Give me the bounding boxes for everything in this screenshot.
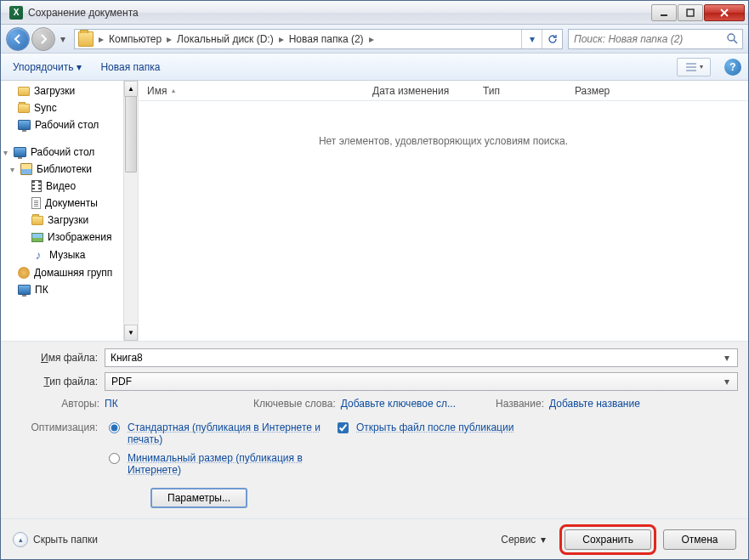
filename-row: Имя файла: ▾ <box>11 348 738 367</box>
svg-rect-1 <box>687 9 694 16</box>
close-button[interactable] <box>704 4 745 21</box>
back-button[interactable] <box>6 27 30 51</box>
desktop-icon <box>18 120 31 130</box>
radio-input[interactable] <box>109 453 120 464</box>
tree-item[interactable]: Загрузки <box>3 82 138 99</box>
refresh-icon[interactable] <box>542 30 562 48</box>
filetype-value: PDF <box>109 376 720 387</box>
breadcrumb-part[interactable]: Локальный диск (D:) <box>173 33 277 45</box>
music-icon: ♪ <box>31 248 45 262</box>
maximize-button[interactable] <box>678 4 703 21</box>
forward-button[interactable] <box>31 27 55 51</box>
bottom-panel: Имя файла: ▾ Тип файла: PDF ▾ Авторы: ПК… <box>1 341 748 518</box>
keywords-value[interactable]: Добавьте ключевое сл... <box>341 398 456 410</box>
chevron-right-icon[interactable]: ▸ <box>97 33 105 45</box>
radio-input[interactable] <box>109 422 120 433</box>
chevron-right-icon[interactable]: ▸ <box>277 33 286 45</box>
chevron-down-icon[interactable]: ▾ <box>720 352 734 364</box>
tree-item-desktop[interactable]: ▾Рабочий стол <box>3 144 138 161</box>
metadata-row: Авторы: ПК Ключевые слова: Добавьте ключ… <box>11 398 738 410</box>
hide-folders-button[interactable]: ▴ Скрыть папки <box>13 532 98 547</box>
caret-icon[interactable]: ▾ <box>1 148 9 157</box>
opt-standard-radio[interactable]: Стандартная (публикация в Интернете и пе… <box>105 421 334 445</box>
footer: ▴ Скрыть папки Сервис▾ Сохранить Отмена <box>1 518 748 559</box>
nav-bar: ▾ ▸ Компьютер ▸ Локальный диск (D:) ▸ Но… <box>1 25 748 54</box>
authors-value[interactable]: ПК <box>105 398 118 410</box>
file-list-pane: Имя▴ Дата изменения Тип Размер Нет элеме… <box>139 81 748 341</box>
downloads-icon <box>18 87 30 96</box>
tree-item[interactable]: Загрузки <box>3 212 138 229</box>
search-input[interactable] <box>569 33 722 45</box>
tools-button[interactable]: Сервис▾ <box>494 530 553 549</box>
optimization-radios: Стандартная (публикация в Интернете и пе… <box>105 421 334 476</box>
scrollbar-thumb[interactable] <box>125 96 137 173</box>
tree-item[interactable]: Sync <box>3 99 138 116</box>
filename-label: Имя файла: <box>11 352 105 364</box>
video-icon <box>31 180 42 192</box>
chevron-down-icon: ▾ <box>77 61 82 73</box>
search-icon[interactable] <box>722 30 742 48</box>
title-value[interactable]: Добавьте название <box>549 398 640 410</box>
folder-icon <box>78 31 94 47</box>
breadcrumb[interactable]: ▸ Компьютер ▸ Локальный диск (D:) ▸ Нова… <box>74 29 563 49</box>
window-title: Сохранение документа <box>28 7 650 19</box>
column-type[interactable]: Тип <box>474 81 566 100</box>
list-view-icon <box>685 62 697 72</box>
tree-scrollbar[interactable] <box>123 81 138 341</box>
filetype-row: Тип файла: PDF ▾ <box>11 372 738 391</box>
folder-icon <box>18 104 30 113</box>
help-button[interactable]: ? <box>724 59 741 76</box>
filetype-field[interactable]: PDF ▾ <box>105 372 738 391</box>
new-folder-button[interactable]: Новая папка <box>95 58 165 76</box>
chevron-right-icon[interactable]: ▸ <box>165 33 173 45</box>
desktop-icon <box>14 147 26 157</box>
caret-icon[interactable]: ▾ <box>8 165 16 174</box>
breadcrumb-part[interactable]: Новая папка (2) <box>286 33 367 45</box>
parameters-button[interactable]: Параметры... <box>150 488 247 508</box>
window-controls <box>650 4 745 21</box>
empty-message: Нет элементов, удовлетворяющих условиям … <box>139 101 748 341</box>
tree-item[interactable]: Рабочий стол <box>3 116 138 133</box>
filetype-label: Тип файла: <box>11 376 105 387</box>
body: Загрузки Sync Рабочий стол ▾Рабочий стол… <box>1 81 748 341</box>
tree-item-homegroup[interactable]: Домашняя групп <box>3 264 138 281</box>
filename-field[interactable]: ▾ <box>105 348 738 367</box>
document-icon <box>31 197 41 209</box>
save-dialog-window: X Сохранение документа ▾ ▸ Компьютер ▸ Л… <box>0 0 749 560</box>
view-options-button[interactable]: ▾ <box>677 58 711 76</box>
tree-item[interactable]: Изображения <box>3 229 138 246</box>
breadcrumb-part[interactable]: Компьютер <box>105 33 165 45</box>
breadcrumb-dropdown[interactable]: ▾ <box>521 30 542 48</box>
tree-item-libraries[interactable]: ▾Библиотеки <box>3 161 138 178</box>
checkbox-input[interactable] <box>338 422 349 433</box>
history-dropdown[interactable]: ▾ <box>57 31 69 48</box>
annotation-highlight: Сохранить <box>559 524 656 555</box>
tree-item[interactable]: Документы <box>3 195 138 212</box>
tree-item-pc[interactable]: ПК <box>3 281 138 298</box>
chevron-down-icon: ▾ <box>700 63 703 71</box>
open-after-checkbox[interactable]: Открыть файл после публикации <box>334 421 514 476</box>
minimize-button[interactable] <box>651 4 677 21</box>
cancel-button[interactable]: Отмена <box>663 529 736 550</box>
tree-item[interactable]: ♪Музыка <box>3 246 138 264</box>
filename-input[interactable] <box>109 351 720 365</box>
save-button[interactable]: Сохранить <box>565 529 651 550</box>
meta-keywords: Ключевые слова: Добавьте ключевое сл... <box>253 398 496 410</box>
tree-item[interactable]: Видео <box>3 178 138 195</box>
column-size[interactable]: Размер <box>566 81 643 100</box>
chevron-down-icon: ▾ <box>541 534 546 546</box>
search-box[interactable] <box>568 29 743 49</box>
app-icon: X <box>9 6 23 20</box>
chevron-up-icon: ▴ <box>13 532 28 547</box>
organize-button[interactable]: Упорядочить▾ <box>8 58 87 76</box>
pictures-icon <box>31 233 43 242</box>
chevron-right-icon[interactable]: ▸ <box>367 33 376 45</box>
titlebar: X Сохранение документа <box>1 1 748 25</box>
chevron-down-icon[interactable]: ▾ <box>720 376 734 387</box>
meta-title: Название: Добавьте название <box>496 398 738 410</box>
column-name[interactable]: Имя▴ <box>139 81 364 100</box>
opt-minimal-radio[interactable]: Минимальный размер (публикация в Интерне… <box>105 452 334 476</box>
column-date[interactable]: Дата изменения <box>364 81 474 100</box>
libraries-icon <box>20 163 32 175</box>
computer-icon <box>18 285 31 295</box>
